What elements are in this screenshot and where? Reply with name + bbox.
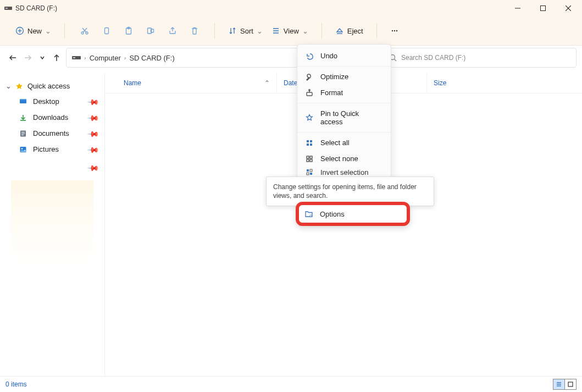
view-icon [271, 26, 280, 35]
drive-icon [4, 5, 12, 11]
share-button[interactable] [162, 24, 184, 37]
eject-button[interactable]: Eject [331, 24, 368, 37]
sort-button[interactable]: Sort ⌄ [224, 24, 267, 37]
svg-rect-30 [20, 99, 26, 100]
svg-point-22 [392, 30, 393, 31]
view-button[interactable]: View ⌄ [267, 24, 313, 37]
ctx-options-highlighted[interactable]: Options [296, 202, 410, 226]
ctx-optimize[interactable]: Optimize [297, 69, 391, 85]
pin-icon: 📌 [87, 127, 99, 140]
paste-button[interactable] [118, 24, 140, 37]
sidebar-quick-access[interactable]: ⌄ Quick access [0, 79, 104, 93]
copy-icon [102, 26, 111, 35]
ctx-label: Select none [320, 154, 358, 163]
rename-icon [146, 26, 155, 35]
ctx-label: Optimize [320, 73, 348, 81]
svg-rect-49 [307, 159, 309, 162]
share-icon [168, 26, 177, 35]
svg-rect-53 [307, 173, 309, 175]
svg-line-28 [395, 59, 397, 62]
svg-rect-26 [73, 57, 75, 58]
view-thumbnails-button[interactable] [564, 379, 576, 389]
desktop-icon [19, 98, 27, 106]
svg-rect-45 [307, 143, 309, 146]
new-label: New [27, 27, 42, 35]
back-button[interactable] [9, 54, 16, 62]
options-label: Options [320, 210, 345, 218]
svg-rect-1 [5, 8, 8, 9]
tooltip-text: Change settings for opening items, file … [273, 183, 417, 200]
select-all-icon [305, 139, 314, 147]
sidebar-item-documents[interactable]: Documents 📌 [0, 125, 104, 141]
list-view-icon [556, 381, 562, 388]
eject-icon [335, 26, 344, 35]
format-icon [305, 89, 314, 97]
titlebar: SD CARD (F:) [0, 0, 582, 16]
main: ⌄ Quick access Desktop 📌 Downloads 📌 [0, 73, 582, 376]
sidebar-item-blank[interactable]: 📌 [0, 157, 104, 178]
search-input[interactable]: Search SD CARD (F:) [383, 48, 577, 68]
nav-arrows [5, 54, 60, 62]
ctx-invert[interactable]: Invert selection [297, 167, 391, 175]
crumb-current[interactable]: SD CARD (F:) [129, 54, 174, 62]
svg-rect-44 [310, 140, 312, 142]
pin-icon: 📌 [87, 111, 99, 124]
delete-button[interactable] [184, 24, 206, 37]
svg-rect-51 [307, 169, 309, 172]
sort-label: Sort [240, 27, 253, 35]
column-size[interactable]: Size [427, 73, 478, 93]
svg-point-23 [394, 30, 395, 31]
ctx-select-all[interactable]: Select all [297, 135, 391, 151]
svg-rect-54 [310, 173, 312, 175]
star-icon [15, 82, 23, 90]
status-bar: 0 items [0, 376, 582, 392]
svg-rect-33 [21, 133, 25, 134]
ctx-label: Undo [320, 52, 337, 60]
undo-icon [305, 52, 314, 60]
svg-rect-34 [21, 135, 24, 135]
svg-point-24 [396, 30, 397, 31]
column-size-label: Size [434, 79, 446, 87]
sidebar-item-desktop[interactable]: Desktop 📌 [0, 93, 104, 109]
maximize-button[interactable] [530, 0, 556, 16]
sidebar-item-label: Pictures [33, 145, 59, 153]
ctx-label: Invert selection [320, 168, 368, 176]
eject-label: Eject [347, 27, 363, 35]
up-button[interactable] [53, 54, 60, 62]
svg-rect-52 [310, 169, 312, 172]
window: SD CARD (F:) New ⌄ [0, 0, 582, 392]
crumb-root[interactable]: Computer [90, 54, 121, 62]
ctx-select-none[interactable]: Select none [297, 151, 391, 167]
ctx-undo[interactable]: Undo [297, 48, 391, 64]
cut-button[interactable] [74, 24, 96, 37]
sidebar: ⌄ Quick access Desktop 📌 Downloads 📌 [0, 73, 105, 376]
minimize-button[interactable] [505, 0, 530, 16]
recent-locations-button[interactable] [40, 55, 45, 60]
invert-icon [305, 168, 314, 175]
sidebar-item-label: Documents [33, 129, 69, 137]
svg-rect-48 [310, 156, 312, 158]
ctx-pin[interactable]: Pin to Quick access [297, 106, 391, 130]
svg-rect-41 [307, 92, 312, 96]
ctx-label: Format [320, 89, 343, 97]
copy-button[interactable] [96, 24, 118, 37]
more-button[interactable] [386, 24, 403, 37]
top-chrome: SD CARD (F:) New ⌄ [0, 0, 582, 46]
chevron-down-icon: ⌄ [302, 27, 308, 35]
svg-rect-13 [105, 28, 109, 34]
column-name[interactable]: Name ⌃ [105, 73, 277, 93]
status-item-count: 0 items [5, 380, 27, 388]
new-button[interactable]: New ⌄ [11, 24, 56, 37]
chevron-right-icon: › [84, 54, 86, 61]
chevron-down-icon: ⌄ [45, 27, 51, 35]
close-button[interactable] [556, 0, 581, 16]
forward-button[interactable] [24, 54, 32, 62]
svg-rect-47 [307, 156, 309, 158]
rename-button[interactable] [140, 24, 162, 37]
window-controls [505, 0, 581, 16]
view-details-button[interactable] [553, 379, 564, 389]
sidebar-item-downloads[interactable]: Downloads 📌 [0, 109, 104, 125]
sidebar-item-pictures[interactable]: Pictures 📌 [0, 141, 104, 157]
ctx-format[interactable]: Format [297, 85, 391, 101]
download-icon [19, 114, 27, 122]
